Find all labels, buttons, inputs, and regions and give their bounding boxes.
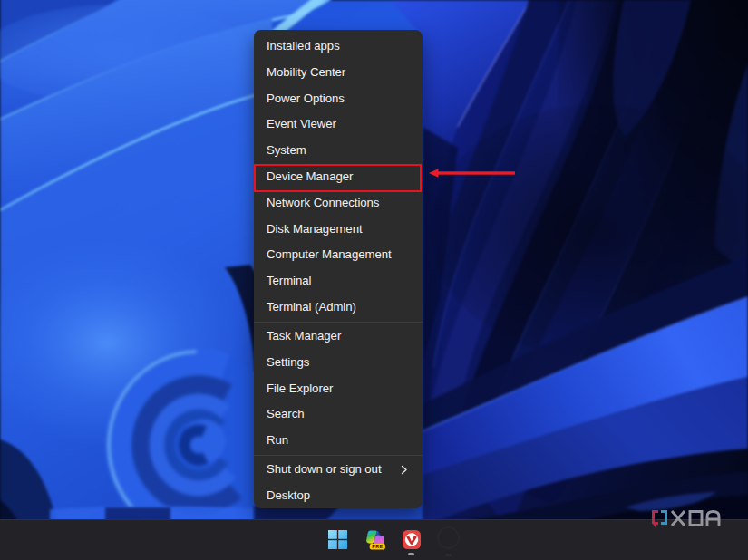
svg-text:PRE: PRE — [372, 544, 383, 549]
